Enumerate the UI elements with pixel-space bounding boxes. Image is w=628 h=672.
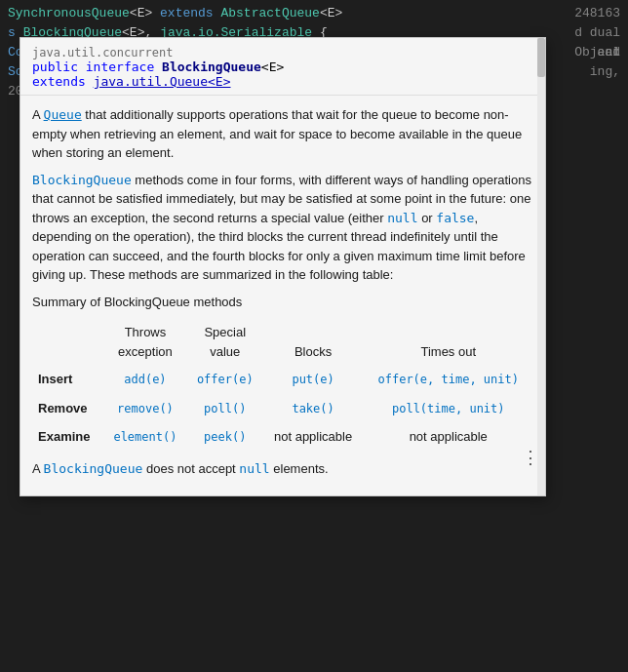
cell-examine-timesout: not applicable	[364, 422, 534, 452]
table-row-insert: Insert add(e) offer(e) put(e) offer(e, t…	[32, 365, 533, 394]
cell-examine-special: peek()	[187, 422, 263, 452]
peek-method[interactable]: peek()	[204, 430, 246, 444]
false-keyword: false	[436, 211, 474, 225]
extends-keyword: extends	[32, 74, 94, 89]
blocking-queue-footer-code: BlockingQueue	[44, 461, 143, 476]
cell-insert-blocks: put(e)	[263, 365, 364, 394]
take-method[interactable]: take()	[292, 402, 334, 415]
cell-insert-timesout: offer(e, time, unit)	[364, 365, 534, 394]
null-footer-code: null	[239, 461, 269, 476]
description-para-2: BlockingQueue methods come in four forms…	[32, 171, 533, 285]
cell-remove-timesout: poll(time, unit)	[364, 394, 534, 423]
parent-interface: java.util.Queue<E>	[94, 74, 231, 89]
interface-declaration: public interface BlockingQueue<E>	[32, 59, 533, 74]
cell-remove-special: poll()	[187, 394, 263, 423]
poll-time-method[interactable]: poll(time, unit)	[392, 402, 505, 415]
type-param: <E>	[261, 59, 284, 74]
cell-examine-throws: element()	[103, 422, 187, 452]
col-header-timesout: Times out	[364, 319, 534, 365]
cell-examine-blocks: not applicable	[263, 422, 364, 452]
popup-body[interactable]: A Queue that additionally supports opera…	[20, 96, 545, 495]
blocking-queue-code: BlockingQueue	[32, 173, 132, 187]
cell-remove-throws: remove()	[103, 394, 187, 423]
col-header-throws: Throwsexception	[103, 319, 187, 365]
offer-time-method[interactable]: offer(e, time, unit)	[378, 373, 520, 386]
popup-header: java.util.concurrent public interface Bl…	[20, 38, 545, 96]
offer-method[interactable]: offer(e)	[197, 373, 254, 386]
row-label-examine: Examine	[32, 422, 103, 452]
row-label-insert: Insert	[32, 365, 103, 394]
add-method[interactable]: add(e)	[124, 373, 166, 386]
remove-method[interactable]: remove()	[117, 402, 174, 415]
methods-table: Throwsexception Specialvalue Blocks Time…	[32, 319, 533, 452]
scroll-track	[537, 38, 545, 495]
extends-declaration: extends java.util.Queue<E>	[32, 74, 533, 89]
queue-link[interactable]: Queue	[44, 107, 82, 122]
public-keyword: public interface	[32, 59, 162, 74]
javadoc-popup: java.util.concurrent public interface Bl…	[20, 37, 546, 496]
cell-remove-blocks: take()	[263, 394, 364, 423]
row-label-remove: Remove	[32, 394, 103, 423]
table-title: Summary of BlockingQueue methods	[32, 293, 533, 312]
put-method[interactable]: put(e)	[292, 373, 334, 386]
footer-text: A BlockingQueue does not accept null ele…	[32, 459, 533, 479]
code-line-1: SynchronousQueue<E> extends AbstractQueu…	[0, 4, 628, 23]
poll-method[interactable]: poll()	[204, 402, 246, 415]
element-method[interactable]: element()	[113, 430, 177, 444]
interface-name: BlockingQueue	[162, 59, 261, 74]
table-row-examine: Examine element() peek() not applicable …	[32, 422, 533, 452]
cell-insert-special: offer(e)	[187, 365, 263, 394]
col-header-special: Specialvalue	[187, 319, 263, 365]
table-row-remove: Remove remove() poll() take() poll(time,…	[32, 394, 533, 423]
cell-insert-throws: add(e)	[103, 365, 187, 394]
scroll-thumb[interactable]	[537, 38, 545, 77]
col-header-blocks: Blocks	[263, 319, 364, 365]
null-keyword: null	[387, 211, 417, 225]
col-header-empty	[32, 319, 103, 365]
package-name: java.util.concurrent	[32, 46, 533, 59]
description-para-1: A Queue that additionally supports opera…	[32, 105, 533, 163]
